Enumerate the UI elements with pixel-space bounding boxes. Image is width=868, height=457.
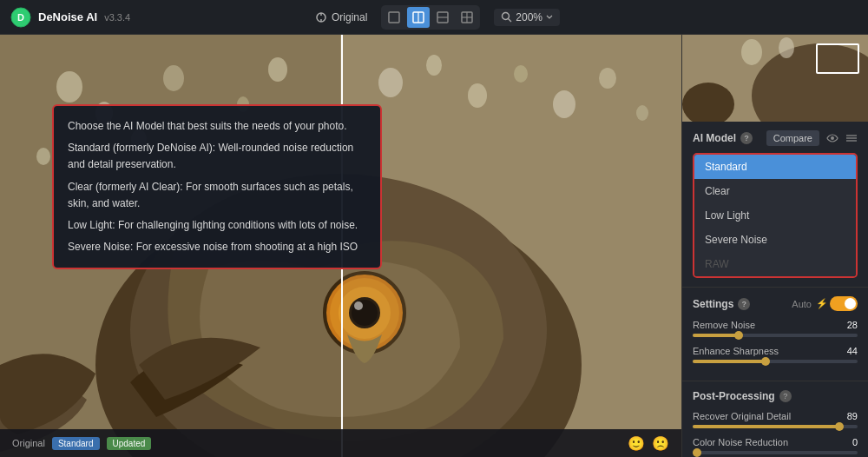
post-processing-title: Post-Processing — [693, 390, 775, 402]
bottom-icons: 🙂 🙁 — [628, 435, 669, 452]
app-header: D DeNoise AI v3.3.4 Original — [0, 0, 868, 35]
ai-model-title-area: AI Model ? — [693, 132, 753, 144]
header-controls: Original — [308, 5, 560, 30]
model-item-raw: RAW — [694, 252, 856, 276]
model-item-severe[interactable]: Severe Noise — [694, 228, 856, 252]
main-container: Choose the AI Model that best suits the … — [0, 35, 868, 457]
svg-point-24 — [268, 57, 287, 82]
color-noise-slider[interactable] — [693, 451, 858, 454]
settings-title: Settings — [693, 298, 733, 310]
remove-noise-value: 28 — [837, 320, 858, 330]
enhance-sharpness-label-row: Enhance Sharpness 44 — [693, 346, 858, 356]
settings-section: Settings ? Auto ⚡ Remove Noise — [682, 288, 868, 381]
settings-header: Settings ? Auto ⚡ — [693, 296, 858, 311]
auto-toggle[interactable] — [830, 296, 858, 311]
logo-area: D DeNoise AI v3.3.4 — [10, 7, 130, 28]
post-processing-section: Post-Processing ? Recover Original Detai… — [682, 381, 868, 457]
svg-point-37 — [468, 83, 487, 108]
enhance-sharpness-slider[interactable] — [693, 360, 858, 363]
recover-detail-slider[interactable] — [693, 425, 858, 428]
svg-point-21 — [163, 65, 184, 91]
color-noise-value: 0 — [837, 437, 858, 447]
split-v-view-btn[interactable] — [431, 7, 454, 28]
post-processing-info-icon[interactable]: ? — [779, 390, 792, 402]
single-view-btn[interactable] — [383, 7, 405, 28]
compare-button[interactable]: Compare — [766, 130, 819, 146]
ai-model-header: AI Model ? Compare — [693, 130, 858, 146]
svg-point-20 — [36, 148, 50, 165]
remove-noise-label-row: Remove Noise 28 — [693, 320, 858, 330]
color-noise-thumb[interactable] — [693, 448, 701, 457]
original-view-button[interactable]: Original — [308, 8, 374, 27]
lightning-icon: ⚡ — [816, 298, 828, 309]
frown-icon[interactable]: 🙁 — [652, 435, 669, 452]
model-item-clear[interactable]: Clear — [694, 179, 856, 203]
enhance-sharpness-fill — [693, 360, 766, 363]
tooltip-lowlight: Low Light: For challenging lighting cond… — [68, 217, 366, 234]
svg-point-36 — [426, 55, 442, 76]
remove-noise-thumb[interactable] — [734, 331, 743, 340]
enhance-sharpness-row: Enhance Sharpness 44 — [693, 346, 858, 363]
auto-label: Auto — [792, 299, 812, 309]
smiley-icon[interactable]: 🙂 — [628, 435, 645, 452]
model-item-standard[interactable]: Standard — [694, 155, 856, 179]
eye-icon[interactable] — [826, 132, 838, 145]
app-version: v3.3.4 — [104, 12, 130, 23]
recover-detail-value: 89 — [837, 411, 858, 421]
svg-rect-34 — [340, 35, 681, 457]
svg-point-13 — [503, 13, 510, 20]
recover-detail-label: Recover Original Detail — [693, 411, 791, 421]
svg-point-38 — [514, 65, 528, 83]
remove-noise-fill — [693, 334, 739, 337]
recover-detail-label-row: Recover Original Detail 89 — [693, 411, 858, 421]
svg-point-39 — [553, 90, 575, 118]
recover-detail-row: Recover Original Detail 89 — [693, 411, 858, 428]
mini-preview — [682, 35, 868, 122]
ai-model-title: AI Model — [693, 132, 736, 144]
svg-point-41 — [636, 105, 648, 121]
tooltip-standard: Standard (formerly DeNoise AI): Well-rou… — [68, 140, 366, 173]
tooltip-clear: Clear (formerly AI Clear): For smooth su… — [68, 179, 366, 212]
enhance-sharpness-thumb[interactable] — [761, 357, 770, 366]
remove-noise-slider[interactable] — [693, 334, 858, 337]
svg-point-18 — [56, 71, 82, 103]
ai-model-info-icon[interactable]: ? — [740, 132, 753, 144]
remove-noise-label: Remove Noise — [693, 320, 755, 330]
ai-model-dropdown: Standard Clear Low Light Severe Noise RA… — [693, 153, 858, 278]
updated-badge: Updated — [107, 437, 152, 450]
split-h-view-btn[interactable] — [407, 7, 430, 28]
split-h-view-icon — [412, 11, 424, 23]
right-panel: AI Model ? Compare Standard — [681, 35, 868, 457]
post-processing-header: Post-Processing ? — [693, 390, 858, 402]
recover-detail-fill — [693, 425, 839, 428]
standard-badge: Standard — [52, 437, 100, 450]
model-item-lowlight[interactable]: Low Light — [694, 203, 856, 228]
recover-detail-thumb[interactable] — [835, 422, 844, 431]
svg-point-49 — [779, 37, 794, 58]
color-noise-label-row: Color Noise Reduction 0 — [693, 437, 858, 447]
view-mode-group — [381, 5, 480, 30]
menu-icon[interactable] — [845, 132, 858, 145]
app-logo-icon: D — [10, 7, 31, 28]
tooltip-title: Choose the AI Model that best suits the … — [68, 118, 366, 135]
settings-info-icon[interactable]: ? — [738, 298, 750, 310]
split-v-view-icon — [437, 11, 449, 23]
tooltip-severe: Severe Noise: For excessive noise from s… — [68, 239, 366, 255]
svg-point-48 — [741, 39, 762, 65]
settings-title-area: Settings ? — [693, 298, 750, 310]
image-area: Choose the AI Model that best suits the … — [0, 35, 681, 457]
svg-point-35 — [378, 68, 403, 97]
ai-model-tooltip: Choose the AI Model that best suits the … — [52, 104, 382, 269]
quad-view-icon — [461, 11, 473, 23]
svg-rect-5 — [389, 12, 399, 23]
original-icon — [315, 11, 327, 23]
app-name: DeNoise AI — [38, 10, 97, 23]
color-noise-row: Color Noise Reduction 0 — [693, 437, 858, 454]
remove-noise-row: Remove Noise 28 — [693, 320, 858, 337]
zoom-value: 200% — [516, 11, 542, 23]
enhance-sharpness-value: 44 — [837, 346, 858, 356]
svg-point-40 — [599, 68, 616, 89]
ai-model-section: AI Model ? Compare Standard — [682, 122, 868, 288]
quad-view-btn[interactable] — [456, 7, 478, 28]
zoom-control[interactable]: 200% — [494, 9, 560, 26]
